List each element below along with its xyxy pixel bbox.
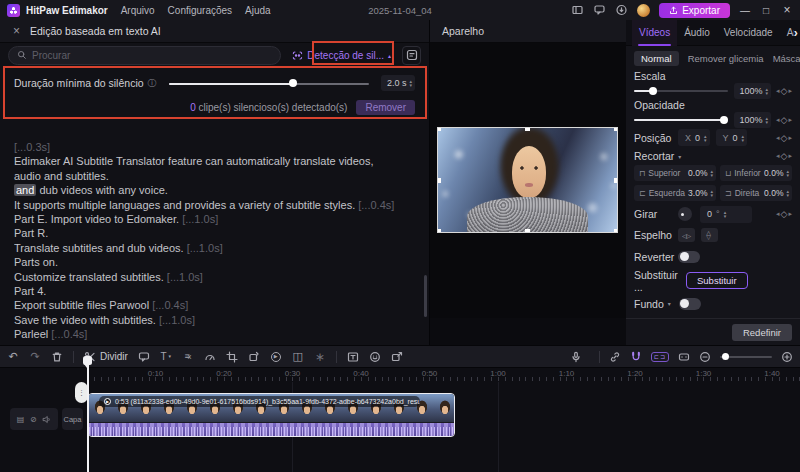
recortar-label[interactable]: Recortar (634, 150, 674, 162)
delete-icon[interactable] (51, 351, 63, 363)
min-silence-value[interactable]: 2.0 s ▴▾ (381, 75, 415, 91)
fundo-toggle[interactable] (679, 298, 701, 310)
subtab-mascara[interactable]: Máscara (773, 53, 800, 64)
rotate-crop-icon[interactable] (248, 351, 260, 363)
timeline-ruler[interactable]: 0:100:200:300:400:501:001:101:201:301:40 (87, 368, 800, 382)
stepper-icon[interactable]: ▴▾ (409, 79, 412, 87)
playhead-line[interactable] (87, 358, 89, 472)
panel-close-icon[interactable]: × (13, 25, 20, 37)
menu-ajuda[interactable]: Ajuda (245, 5, 271, 16)
track-thumbnail-icon[interactable]: ▤ (17, 415, 25, 424)
menu-arquivo[interactable]: Arquivo (121, 5, 155, 16)
slider-thumb[interactable] (289, 79, 297, 87)
opacidade-value[interactable]: 100%▴▾ (734, 112, 772, 128)
timeline[interactable]: 0:100:200:300:400:501:001:101:201:301:40… (0, 368, 800, 472)
recortar-keyframe-controls[interactable]: ◂◇▸ (776, 151, 792, 161)
preview-stage[interactable] (430, 43, 626, 318)
text-box-icon[interactable] (347, 351, 359, 363)
export-clip-icon[interactable] (391, 351, 403, 363)
transcript-line[interactable]: Part R. (14, 226, 417, 240)
record-voice-icon[interactable] (570, 351, 582, 363)
playhead-handle[interactable] (83, 356, 92, 365)
crop-direita-field[interactable]: ⊐Direita0.0%▴▾ (720, 185, 792, 201)
search-input[interactable] (32, 50, 272, 61)
transcript-line[interactable]: Part E. Import video to Edomaker. [...1.… (14, 212, 417, 226)
flip-horizontal-button[interactable]: ◁▷ (678, 228, 695, 242)
zoom-in-icon[interactable] (781, 351, 793, 363)
substituir-button[interactable]: Substituir (686, 272, 748, 289)
transcript-line[interactable]: Parts on. (14, 255, 417, 269)
maximize-button[interactable]: □ (760, 5, 772, 16)
tabs-overflow-chevron-icon[interactable]: › (794, 26, 798, 40)
crop-icon[interactable] (226, 351, 238, 363)
remove-subtitle-icon[interactable]: ≡x (182, 352, 194, 361)
freeze-frame-icon[interactable]: ∗ (314, 351, 326, 363)
subtab-normal[interactable]: Normal (634, 51, 679, 66)
posicao-keyframe-controls[interactable]: ◂◇▸ (776, 133, 792, 143)
preview-track-icon[interactable] (678, 351, 690, 363)
transcript-line[interactable]: Parleel [...0.4s] (14, 327, 417, 341)
subtitle-list-button[interactable] (402, 46, 421, 65)
video-clip[interactable]: ▶ 0:53 (811a2338-ed0b-49d0-9e01-617516bd… (88, 393, 455, 437)
resize-handle-nw[interactable] (438, 128, 441, 131)
menu-configuracoes[interactable]: Configurações (168, 5, 232, 16)
flip-vertical-button[interactable]: ◁▷ (701, 228, 718, 242)
reverter-toggle[interactable] (678, 251, 700, 263)
tab-videos[interactable]: Vídeos (632, 20, 677, 46)
transcript-line[interactable]: Customize translated subtitles. [...1.0s… (14, 270, 417, 284)
escala-slider[interactable] (634, 86, 728, 96)
resize-handle-sw[interactable] (438, 229, 441, 232)
speed-icon[interactable] (204, 351, 216, 363)
tab-audio[interactable]: Áudio (677, 20, 717, 46)
transcript-scrollbar[interactable] (424, 275, 427, 317)
transcript-line[interactable]: Save the video with subtitles. [...1.0s] (14, 313, 417, 327)
download-update-icon[interactable] (615, 4, 628, 16)
text-tool-icon[interactable]: T▾ (160, 352, 172, 362)
track-hide-icon[interactable]: ⊘ (30, 415, 37, 424)
girar-field[interactable]: 0°▴▾ (700, 206, 752, 223)
subtab-remover-glicemia[interactable]: Remover glicemia (688, 53, 764, 64)
tab-animacao[interactable]: Animaç (780, 20, 794, 46)
sticker-icon[interactable] (369, 351, 381, 363)
rotation-dial[interactable] (678, 207, 692, 221)
search-box[interactable] (8, 46, 281, 65)
resize-handle-s[interactable] (525, 229, 530, 232)
opacidade-slider[interactable] (634, 115, 728, 125)
resize-handle-w[interactable] (438, 178, 441, 183)
girar-keyframe-controls[interactable]: ◂◇▸ (776, 209, 792, 219)
close-button[interactable]: × (781, 3, 793, 17)
redo-icon[interactable]: ↷ (29, 351, 41, 362)
pos-x-field[interactable]: X0▴▾ (678, 129, 710, 146)
crop-inferior-field[interactable]: ⊔Inferior0.0%▴▾ (720, 165, 792, 181)
min-silence-slider[interactable] (169, 78, 369, 88)
info-icon[interactable]: ⓘ (148, 77, 157, 90)
timeline-zoom-slider[interactable] (720, 352, 772, 362)
resize-handle-ne[interactable] (614, 128, 617, 131)
escala-value[interactable]: 100%▴▾ (734, 83, 772, 99)
crop-superior-field[interactable]: ⊓Superior0.0%▴▾ (634, 165, 716, 181)
silence-detect-button[interactable]: Detecção de sil... ▴ (289, 50, 394, 61)
transcript-line[interactable]: Translate subtitles and dub videos. [...… (14, 241, 417, 255)
escala-keyframe-controls[interactable]: ◂◇▸ (776, 86, 792, 96)
user-avatar[interactable] (637, 4, 650, 17)
video-preview[interactable] (438, 128, 617, 232)
auto-ripple-icon[interactable]: ⊏⊐ (651, 352, 669, 362)
crop-esquerda-field[interactable]: ⊏Esquerda3.0%▴▾ (634, 185, 716, 201)
export-button[interactable]: Exportar (659, 3, 730, 18)
transcript-line[interactable]: Edimaker AI Subtitle Translator feature … (14, 154, 417, 168)
remove-button[interactable]: Remover (356, 100, 415, 115)
undo-icon[interactable]: ↶ (7, 351, 19, 362)
play-speed-icon[interactable]: ▶ (270, 352, 282, 362)
flip-icon[interactable]: ◫ (292, 351, 304, 362)
opacidade-keyframe-controls[interactable]: ◂◇▸ (776, 115, 792, 125)
cover-button[interactable]: Capa (62, 408, 83, 430)
resize-handle-e[interactable] (614, 178, 617, 183)
panels-icon[interactable] (571, 4, 584, 16)
transcript-line[interactable]: It supports multiple languages and provi… (14, 198, 417, 212)
transcript-line[interactable]: audio and subtitles. (14, 169, 417, 183)
transcript-line[interactable]: Part 4. (14, 284, 417, 298)
link-clips-icon[interactable] (609, 351, 621, 363)
track-mute-icon[interactable] (42, 415, 51, 424)
tab-velocidade[interactable]: Velocidade (717, 20, 780, 46)
transcript-line[interactable]: Video tutorial on AI subtitle translatio… (14, 342, 417, 344)
